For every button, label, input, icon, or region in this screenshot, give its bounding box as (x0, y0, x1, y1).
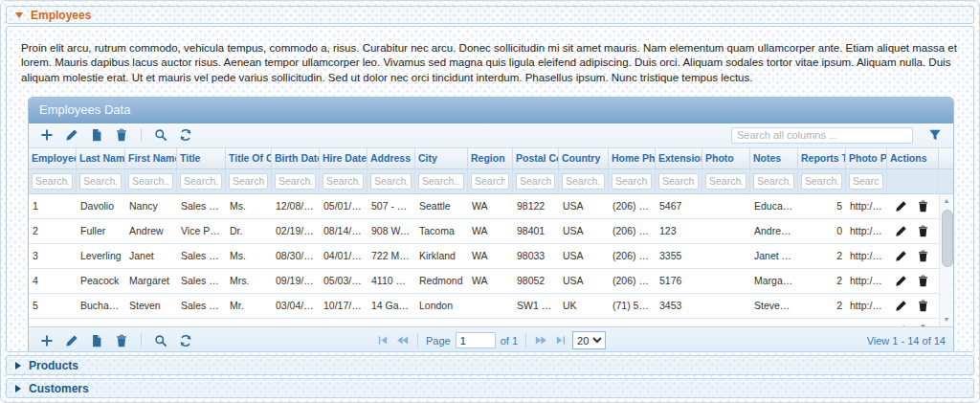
pager-refresh-button[interactable] (175, 331, 196, 350)
toolbar-add-button[interactable] (36, 125, 57, 145)
column-header-birth_date[interactable]: Birth Date (272, 148, 320, 168)
filter-input-title_of_courtesy[interactable] (229, 173, 268, 190)
column-header-home_phone[interactable]: Home Phone (609, 148, 656, 168)
cell-notes: Michael is a graduate of Sussex Universi… (750, 319, 798, 326)
column-header-city[interactable]: City (415, 148, 468, 168)
pencil-icon (65, 128, 78, 142)
row-delete-button[interactable] (917, 249, 930, 262)
filter-input-photo_path[interactable] (849, 173, 883, 190)
column-header-extension[interactable]: Extension (656, 148, 702, 168)
vertical-scrollbar[interactable]: ▲ ▼ (939, 194, 953, 326)
column-header-actions[interactable]: Actions (887, 148, 939, 168)
filter-cell-postal_code (513, 169, 559, 193)
row-edit-button[interactable] (895, 224, 908, 237)
filter-input-extension[interactable] (658, 173, 699, 190)
filter-cell-title (177, 169, 226, 193)
search-all-input[interactable] (731, 127, 913, 144)
table-row[interactable]: 4PeacockMargaretSales RepresentativeMrs.… (29, 269, 953, 294)
filter-cell-region (468, 169, 513, 193)
pager-edit-button[interactable] (61, 331, 82, 350)
cell-title_of_courtesy: Mr. (226, 319, 272, 326)
pager-next-button[interactable] (534, 333, 548, 347)
column-header-title_of_courtesy[interactable]: Title Of Courtesy (226, 148, 272, 168)
filter-input-region[interactable] (471, 173, 509, 190)
cell-title: Vice President, Sales (177, 219, 226, 243)
row-delete-button[interactable] (917, 299, 930, 312)
accordion-header-employees[interactable]: Employees (6, 6, 974, 24)
funnel-icon (928, 128, 942, 142)
column-header-country[interactable]: Country (559, 148, 609, 168)
filter-input-notes[interactable] (753, 173, 794, 190)
filter-input-title[interactable] (180, 173, 222, 190)
filter-input-country[interactable] (562, 173, 605, 190)
row-delete-button[interactable] (917, 274, 930, 287)
filter-input-first_name[interactable] (128, 173, 173, 190)
pager-last-button[interactable] (553, 333, 568, 347)
cell-last_name: Fuller (77, 219, 125, 243)
column-header-employee_id[interactable]: Employee Id (29, 148, 77, 168)
column-header-postal_code[interactable]: Postal Code (513, 148, 559, 168)
column-header-address[interactable]: Address (368, 148, 415, 168)
pager-add-button[interactable] (36, 331, 57, 350)
cell-city: Redmond (415, 269, 468, 293)
column-header-photo_path[interactable]: Photo Path (846, 148, 887, 168)
column-header-reports_to[interactable]: Reports To (798, 148, 846, 168)
column-header-region[interactable]: Region (468, 148, 513, 168)
filter-input-last_name[interactable] (79, 173, 122, 190)
column-header-hire_date[interactable]: Hire Date (320, 148, 368, 168)
toolbar-delete-button[interactable] (111, 125, 132, 145)
cell-home_phone: (206) 555-8122 (609, 269, 656, 293)
pager-view-button[interactable] (86, 331, 107, 350)
row-edit-button[interactable] (895, 199, 908, 213)
pencil-icon (895, 225, 908, 237)
pager-search-button[interactable] (150, 331, 171, 350)
pager-first-button[interactable] (376, 333, 390, 347)
pager-prev-button[interactable] (395, 333, 410, 347)
filter-input-reports_to[interactable] (801, 173, 842, 190)
cell-city: Seattle (415, 194, 468, 218)
toolbar-search-button[interactable] (150, 125, 171, 145)
toolbar-edit-button[interactable] (61, 125, 82, 145)
scroll-down-button[interactable]: ▼ (940, 313, 953, 326)
toolbar-filter-button[interactable] (924, 125, 946, 145)
scroll-up-button[interactable]: ▲ (940, 194, 953, 208)
cell-title: Sales Representative (177, 194, 226, 218)
filter-input-home_phone[interactable] (612, 173, 652, 190)
cell-postal_code: EC2 7JR (513, 319, 559, 326)
column-header-title[interactable]: Title (177, 148, 226, 168)
page-size-select[interactable]: 20 (572, 331, 606, 349)
filter-input-postal_code[interactable] (516, 173, 555, 190)
accordion-label-products: Products (29, 359, 78, 372)
filter-input-address[interactable] (370, 173, 412, 190)
row-delete-button[interactable] (917, 199, 930, 213)
column-header-last_name[interactable]: Last Name (77, 148, 125, 168)
scrollbar-thumb[interactable] (942, 210, 953, 267)
accordion-header-customers[interactable]: Customers (6, 378, 974, 398)
toolbar-view-button[interactable] (86, 125, 107, 145)
filter-input-city[interactable] (418, 173, 464, 190)
row-edit-button[interactable] (895, 249, 908, 262)
column-header-photo[interactable]: Photo (702, 148, 750, 168)
table-row[interactable]: 3LeverlingJanetSales RepresentativeMs.08… (29, 244, 953, 269)
page-number-input[interactable] (456, 332, 496, 348)
column-header-first_name[interactable]: First Name (125, 148, 177, 168)
table-row[interactable]: 1DavolioNancySales RepresentativeMs.12/0… (29, 194, 953, 219)
accordion-header-products[interactable]: Products (6, 355, 974, 375)
toolbar-refresh-button[interactable] (175, 125, 196, 145)
filter-input-photo[interactable] (705, 173, 746, 190)
filter-input-hire_date[interactable] (323, 173, 364, 190)
filter-input-employee_id[interactable] (32, 173, 73, 190)
row-edit-button[interactable] (895, 274, 908, 287)
row-delete-button[interactable] (917, 224, 930, 237)
cell-hire_date: 04/01/1992 (320, 244, 368, 268)
cell-country: USA (559, 269, 609, 293)
pager-delete-button[interactable] (111, 331, 132, 350)
table-row[interactable]: 5BuchananStevenSales ManagerMr.03/04/195… (29, 294, 953, 319)
row-edit-button[interactable] (895, 299, 908, 312)
filter-input-birth_date[interactable] (275, 173, 316, 190)
table-row[interactable]: 6SuyamaMichaelSales RepresentativeMr.07/… (29, 319, 953, 326)
cell-home_phone: (71) 555-4848 (609, 294, 656, 318)
page-of-label: of 1 (501, 335, 518, 347)
column-header-notes[interactable]: Notes (750, 148, 798, 168)
table-row[interactable]: 2FullerAndrewVice President, SalesDr.02/… (29, 219, 953, 244)
